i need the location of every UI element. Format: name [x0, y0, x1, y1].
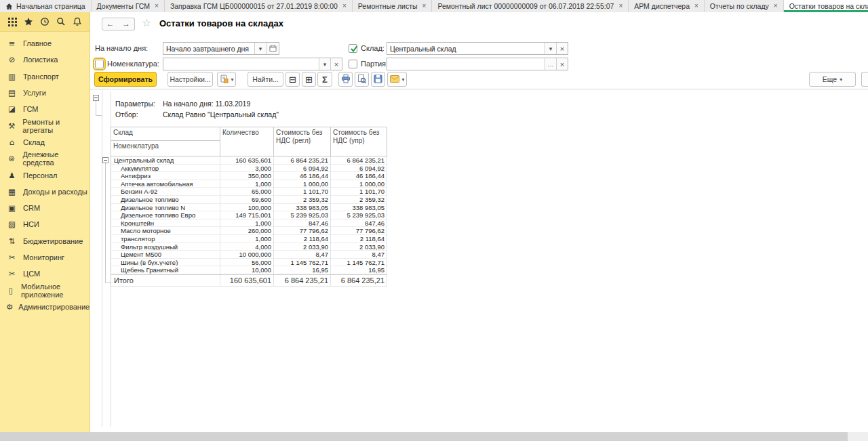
- warehouse-checkbox[interactable]: [349, 44, 357, 53]
- sidebar-item[interactable]: ▧НСИ: [0, 216, 90, 232]
- sidebar-item[interactable]: ⊘Логистика: [0, 51, 90, 68]
- table-row[interactable]: Кронштейн1,000847,46847,46: [111, 219, 387, 228]
- notifications-icon[interactable]: [72, 16, 83, 27]
- cell-quantity: 10,000: [220, 266, 274, 274]
- period-input[interactable]: [163, 43, 254, 54]
- table-row[interactable]: Бензин А-9265,0001 101,701 101,70: [111, 188, 387, 196]
- table-body: Центральный склад160 635,6016 864 235,21…: [111, 156, 387, 274]
- sum-button[interactable]: Σ: [317, 72, 332, 87]
- forward-button[interactable]: →: [118, 18, 135, 30]
- sidebar-item[interactable]: ⊚Денежные средства: [0, 150, 90, 167]
- tab[interactable]: Документы ГСМ×: [92, 0, 165, 12]
- tab[interactable]: Отчеты по складу×: [705, 0, 784, 12]
- favorite-star-icon[interactable]: ☆: [142, 16, 151, 29]
- table-row[interactable]: Дизельное топливо69,6002 359,322 359,32: [111, 196, 387, 204]
- table-row[interactable]: Дизельное топливо N100,000338 983,05338 …: [111, 204, 387, 212]
- group-bracket: [105, 282, 111, 283]
- cell-cost-regl: 16,95: [274, 266, 331, 274]
- history-icon[interactable]: [39, 16, 50, 27]
- table-row[interactable]: Аптечка автомобильная1,0001 000,001 000,…: [111, 180, 387, 188]
- table-row[interactable]: Шины (в бух.учете)56,0001 145 762,711 14…: [111, 259, 387, 267]
- batch-clear-button[interactable]: ×: [556, 58, 568, 70]
- sidebar-item[interactable]: ♟Персонал: [0, 167, 90, 183]
- find-button[interactable]: Найти...: [248, 72, 283, 87]
- collapse-groups-button[interactable]: ⊟: [285, 72, 300, 87]
- calendar-icon[interactable]: [266, 43, 279, 54]
- warehouse-input[interactable]: [387, 43, 545, 54]
- sidebar-item[interactable]: ▦Доходы и расходы: [0, 184, 90, 200]
- sidebar-item[interactable]: ⚒Ремонты и агрегаты: [0, 117, 90, 133]
- table-row[interactable]: Щебень Гранитный10,00016,9516,95: [111, 266, 387, 274]
- clipped-edge-button[interactable]: [861, 72, 868, 87]
- back-button[interactable]: ←: [102, 18, 119, 30]
- menu-grid-icon[interactable]: [7, 16, 18, 27]
- group-bracket: [96, 115, 102, 116]
- table-row[interactable]: Центральный склад160 635,6016 864 235,21…: [111, 156, 387, 165]
- table-row[interactable]: Дизельное топливо Евро149 715,0015 239 9…: [111, 211, 387, 219]
- cell-cost-upr: 8,47: [331, 251, 387, 259]
- table-row[interactable]: Цемент М50010 000,0008,478,47: [111, 251, 387, 259]
- report-parameters: Параметры: На начало дня: 11.03.2019 Отб…: [115, 98, 279, 120]
- save-icon[interactable]: [371, 72, 385, 87]
- preview-button[interactable]: [355, 72, 369, 87]
- sidebar-item[interactable]: ⚙Администрирование: [0, 299, 90, 315]
- settings-button[interactable]: Настройки...: [167, 72, 213, 87]
- table-row[interactable]: Аккумулятор3,0006 094,926 094,92: [111, 165, 387, 173]
- sidebar-item[interactable]: ▣CRM: [0, 200, 90, 216]
- sidebar: ≡Главное⊘Логистика▥Транспорт▤Услуги◪ГСМ⚒…: [0, 12, 90, 432]
- batch-checkbox[interactable]: [349, 60, 357, 68]
- collapse-group-toggle[interactable]: [102, 157, 108, 163]
- tab-close-icon[interactable]: ×: [774, 3, 778, 9]
- tab[interactable]: Начальная страница: [0, 0, 92, 12]
- more-button[interactable]: Еще▾: [809, 72, 856, 87]
- sidebar-item[interactable]: ⌂Склад: [0, 134, 90, 150]
- tab[interactable]: АРМ диспетчера×: [629, 0, 705, 12]
- total-quantity: 160 635,601: [220, 275, 274, 287]
- sidebar-item[interactable]: ✂Мониторинг: [0, 249, 90, 266]
- report-variants-button[interactable]: ▾: [217, 72, 236, 87]
- scrollbar-thumb[interactable]: [0, 432, 848, 441]
- cell-quantity: 260,000: [220, 227, 274, 235]
- generate-button[interactable]: Сформировать: [94, 72, 157, 87]
- table-row[interactable]: транслятор1,0002 118,642 118,64: [111, 235, 387, 243]
- warehouse-dropdown-button[interactable]: ▾: [545, 43, 556, 54]
- mail-button[interactable]: ▾: [387, 72, 407, 87]
- nomenclature-input[interactable]: [163, 58, 319, 70]
- horizontal-scrollbar[interactable]: [0, 432, 868, 441]
- tab-close-icon[interactable]: ×: [422, 3, 427, 9]
- sidebar-item[interactable]: ▯Мобильное приложение: [0, 282, 90, 298]
- sidebar-item[interactable]: ▥Транспорт: [0, 68, 90, 85]
- table-row[interactable]: Антифриз350,00046 186,4446 186,44: [111, 172, 387, 180]
- tab-close-icon[interactable]: ×: [155, 3, 159, 9]
- sidebar-item[interactable]: ◪ГСМ: [0, 101, 90, 117]
- sidebar-item[interactable]: ✂ЦСМ: [0, 266, 90, 282]
- period-dropdown-button[interactable]: ▾: [254, 43, 266, 54]
- print-button[interactable]: [338, 72, 353, 87]
- tab-close-icon[interactable]: ×: [694, 3, 698, 9]
- sidebar-item[interactable]: ▤Услуги: [0, 85, 90, 101]
- tab[interactable]: Ремонтный лист 00000000009 от 06.07.2018…: [432, 0, 629, 12]
- table-row[interactable]: Масло моторное260,00077 796,6277 796,62: [111, 227, 387, 235]
- nomenclature-clear-button[interactable]: ×: [330, 58, 342, 70]
- tab[interactable]: Остатки товаров на складах×: [784, 0, 868, 12]
- search-icon[interactable]: [56, 16, 66, 27]
- favorites-star-icon[interactable]: [23, 16, 34, 27]
- batch-input[interactable]: [387, 58, 545, 70]
- collapse-report-toggle[interactable]: [93, 95, 99, 101]
- warehouse-clear-button[interactable]: ×: [556, 43, 568, 54]
- chevron-down-icon: ▾: [402, 77, 405, 83]
- batch-picker-button[interactable]: …: [545, 58, 556, 70]
- tab[interactable]: Ремонтные листы×: [353, 0, 433, 12]
- cell-cost-upr: 6 094,92: [331, 165, 387, 173]
- tab[interactable]: Заправка ГСМ ЦБ000000015 от 27.01.2019 8…: [165, 0, 353, 12]
- cell-quantity: 10 000,000: [220, 251, 274, 259]
- tab-close-icon[interactable]: ×: [342, 3, 347, 9]
- nomenclature-checkbox[interactable]: [95, 60, 104, 68]
- sidebar-item[interactable]: ≡Главное: [0, 35, 90, 51]
- cell-name: транслятор: [111, 235, 220, 243]
- tab-close-icon[interactable]: ×: [618, 3, 623, 9]
- table-row[interactable]: Фильтр воздушный4,0002 033,902 033,90: [111, 243, 387, 251]
- nomenclature-dropdown-button[interactable]: ▾: [319, 58, 330, 70]
- sidebar-item[interactable]: ⇅Бюджетирование: [0, 233, 90, 249]
- expand-groups-button[interactable]: ⊞: [302, 72, 316, 87]
